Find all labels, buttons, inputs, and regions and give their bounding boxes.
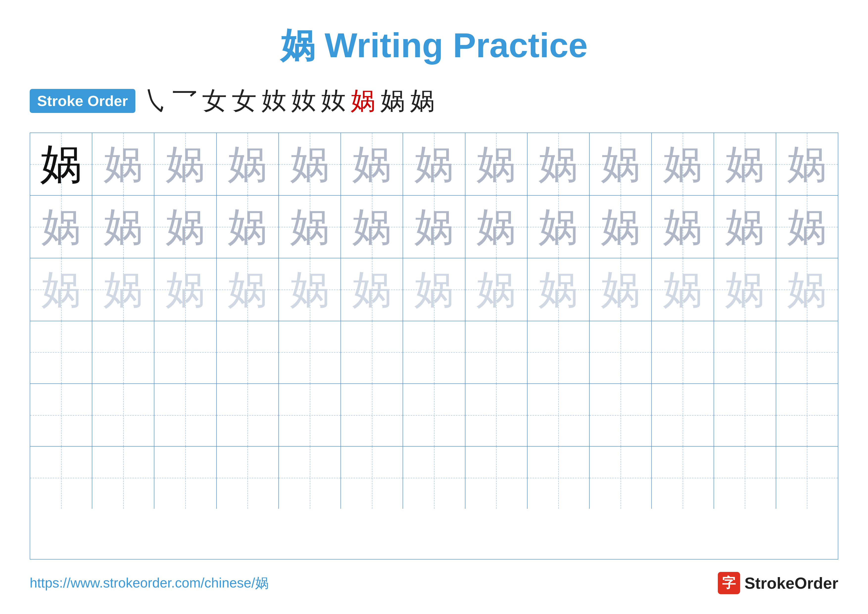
cell-r6-c13[interactable] (776, 446, 838, 509)
cell-r4-c7[interactable] (403, 321, 465, 383)
cell-r6-c8[interactable] (465, 446, 527, 509)
cell-r6-c9[interactable] (527, 446, 590, 509)
cell-r4-c5[interactable] (279, 321, 341, 383)
cell-r6-c10[interactable] (590, 446, 652, 509)
cell-r5-c6[interactable] (341, 384, 403, 446)
cell-r6-c12[interactable] (714, 446, 776, 509)
cell-r2-c5[interactable]: 娲 (279, 196, 341, 258)
char-r3-c2: 娲 (104, 270, 143, 309)
cell-r4-c9[interactable] (527, 321, 590, 383)
cell-r3-c6[interactable]: 娲 (341, 258, 403, 320)
cell-r4-c3[interactable] (154, 321, 217, 383)
cell-r1-c4[interactable]: 娲 (217, 133, 279, 195)
cell-r3-c13[interactable]: 娲 (776, 258, 838, 320)
cell-r4-c11[interactable] (652, 321, 714, 383)
cell-r2-c13[interactable]: 娲 (776, 196, 838, 258)
stroke-5: 奻 (262, 84, 286, 118)
cell-r2-c1[interactable]: 娲 (30, 196, 92, 258)
cell-r1-c12[interactable]: 娲 (714, 133, 776, 195)
cell-r3-c3[interactable]: 娲 (154, 258, 217, 320)
cell-r3-c2[interactable]: 娲 (92, 258, 154, 320)
cell-r6-c7[interactable] (403, 446, 465, 509)
cell-r5-c9[interactable] (527, 384, 590, 446)
cell-r4-c8[interactable] (465, 321, 527, 383)
cell-r6-c11[interactable] (652, 446, 714, 509)
cell-r1-c6[interactable]: 娲 (341, 133, 403, 195)
char-r2-c2: 娲 (104, 207, 143, 247)
cell-r5-c13[interactable] (776, 384, 838, 446)
cell-r2-c7[interactable]: 娲 (403, 196, 465, 258)
cell-r1-c8[interactable]: 娲 (465, 133, 527, 195)
cell-r1-c2[interactable]: 娲 (92, 133, 154, 195)
cell-r2-c2[interactable]: 娲 (92, 196, 154, 258)
char-r3-c13: 娲 (787, 270, 827, 309)
cell-r2-c3[interactable]: 娲 (154, 196, 217, 258)
char-r3-c1: 娲 (41, 270, 81, 309)
cell-r4-c2[interactable] (92, 321, 154, 383)
cell-r2-c12[interactable]: 娲 (714, 196, 776, 258)
cell-r5-c5[interactable] (279, 384, 341, 446)
char-r1-c5: 娲 (290, 145, 330, 184)
char-r1-c1: 娲 (40, 143, 82, 185)
strokeorder-logo-icon: 字 (718, 572, 740, 594)
cell-r4-c10[interactable] (590, 321, 652, 383)
cell-r5-c8[interactable] (465, 384, 527, 446)
cell-r6-c5[interactable] (279, 446, 341, 509)
cell-r1-c5[interactable]: 娲 (279, 133, 341, 195)
grid-row-1: 娲 娲 娲 娲 娲 娲 娲 娲 娲 娲 娲 娲 娲 (30, 133, 838, 196)
cell-r6-c4[interactable] (217, 446, 279, 509)
cell-r1-c13[interactable]: 娲 (776, 133, 838, 195)
cell-r3-c5[interactable]: 娲 (279, 258, 341, 320)
cell-r3-c8[interactable]: 娲 (465, 258, 527, 320)
stroke-sequence: ㇂ 乛 女 女 奻 奻 奻 娲 娲 娲 (143, 84, 435, 118)
cell-r3-c4[interactable]: 娲 (217, 258, 279, 320)
cell-r4-c12[interactable] (714, 321, 776, 383)
cell-r1-c3[interactable]: 娲 (154, 133, 217, 195)
cell-r5-c1[interactable] (30, 384, 92, 446)
cell-r5-c11[interactable] (652, 384, 714, 446)
cell-r4-c6[interactable] (341, 321, 403, 383)
cell-r4-c13[interactable] (776, 321, 838, 383)
char-r1-c6: 娲 (352, 145, 392, 184)
cell-r3-c9[interactable]: 娲 (527, 258, 590, 320)
cell-r2-c4[interactable]: 娲 (217, 196, 279, 258)
cell-r6-c3[interactable] (154, 446, 217, 509)
cell-r6-c6[interactable] (341, 446, 403, 509)
cell-r5-c10[interactable] (590, 384, 652, 446)
cell-r1-c9[interactable]: 娲 (527, 133, 590, 195)
cell-r3-c10[interactable]: 娲 (590, 258, 652, 320)
cell-r1-c7[interactable]: 娲 (403, 133, 465, 195)
cell-r6-c1[interactable] (30, 446, 92, 509)
cell-r2-c6[interactable]: 娲 (341, 196, 403, 258)
grid-row-4 (30, 321, 838, 384)
char-r3-c3: 娲 (166, 270, 205, 309)
char-r1-c12: 娲 (725, 145, 764, 184)
cell-r2-c11[interactable]: 娲 (652, 196, 714, 258)
cell-r4-c4[interactable] (217, 321, 279, 383)
cell-r1-c1[interactable]: 娲 (30, 133, 92, 195)
cell-r2-c8[interactable]: 娲 (465, 196, 527, 258)
cell-r1-c10[interactable]: 娲 (590, 133, 652, 195)
char-r2-c4: 娲 (228, 207, 267, 247)
cell-r5-c2[interactable] (92, 384, 154, 446)
cell-r3-c1[interactable]: 娲 (30, 258, 92, 320)
char-r3-c6: 娲 (352, 270, 392, 309)
char-r1-c4: 娲 (228, 145, 267, 184)
char-r3-c9: 娲 (538, 270, 578, 309)
cell-r5-c3[interactable] (154, 384, 217, 446)
practice-grid: 娲 娲 娲 娲 娲 娲 娲 娲 娲 娲 娲 娲 娲 娲 娲 娲 娲 娲 娲 娲 … (30, 132, 838, 560)
cell-r3-c11[interactable]: 娲 (652, 258, 714, 320)
cell-r5-c12[interactable] (714, 384, 776, 446)
cell-r3-c7[interactable]: 娲 (403, 258, 465, 320)
cell-r3-c12[interactable]: 娲 (714, 258, 776, 320)
char-r2-c13: 娲 (787, 207, 827, 247)
stroke-2: 乛 (172, 84, 197, 118)
cell-r2-c9[interactable]: 娲 (527, 196, 590, 258)
char-r3-c11: 娲 (663, 270, 702, 309)
cell-r6-c2[interactable] (92, 446, 154, 509)
cell-r4-c1[interactable] (30, 321, 92, 383)
cell-r5-c7[interactable] (403, 384, 465, 446)
cell-r5-c4[interactable] (217, 384, 279, 446)
cell-r2-c10[interactable]: 娲 (590, 196, 652, 258)
cell-r1-c11[interactable]: 娲 (652, 133, 714, 195)
